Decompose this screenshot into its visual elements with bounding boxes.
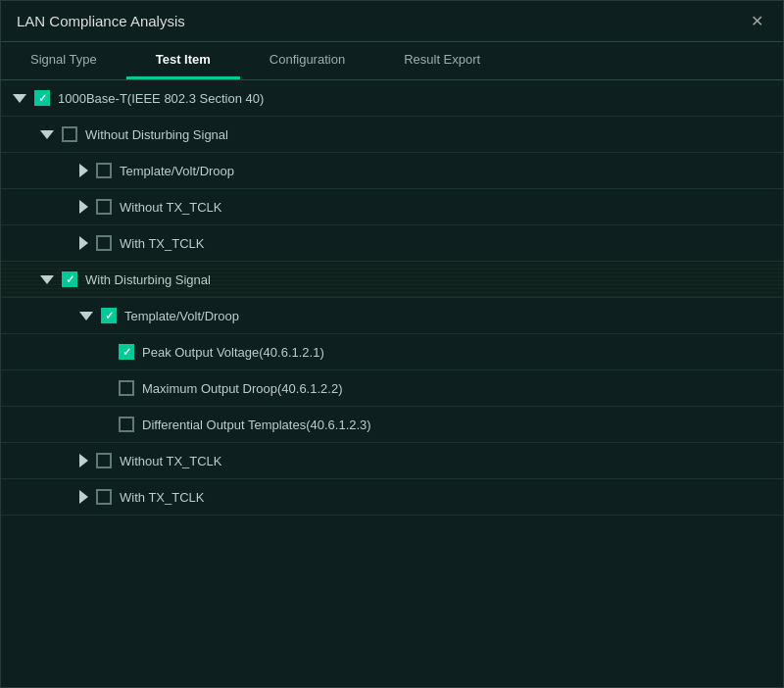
without-disturbing-expand-icon — [40, 130, 54, 139]
with-txclk-1-item: With TX_TCLK — [1, 225, 783, 262]
template-volt-1-row[interactable]: Template/Volt/Droop — [1, 153, 783, 188]
template-volt-1-checkbox[interactable] — [96, 163, 112, 178]
template-volt-2-checkbox[interactable] — [101, 308, 117, 323]
diff-output-row[interactable]: Differential Output Templates(40.6.1.2.3… — [1, 407, 783, 442]
without-txclk-2-expand-icon — [79, 454, 88, 467]
max-output-row[interactable]: Maximum Output Droop(40.6.1.2.2) — [1, 370, 783, 406]
max-output-checkbox[interactable] — [119, 380, 134, 396]
without-txclk-1-item: Without TX_TCLK — [1, 189, 783, 225]
close-button[interactable]: ✕ — [747, 12, 767, 31]
template-volt-2-label: Template/Volt/Droop — [124, 309, 239, 323]
tab-configuration[interactable]: Configuration — [240, 42, 374, 79]
diff-output-label: Differential Output Templates(40.6.1.2.3… — [142, 418, 371, 432]
with-txclk-1-expand-icon — [79, 236, 88, 250]
tab-result-export[interactable]: Result Export — [374, 42, 510, 79]
root-item: 1000Base-T(IEEE 802.3 Section 40) — [1, 80, 783, 117]
tab-test-item[interactable]: Test Item — [126, 42, 240, 79]
root-expand-icon — [13, 94, 26, 103]
without-txclk-1-row[interactable]: Without TX_TCLK — [1, 189, 783, 224]
root-row[interactable]: 1000Base-T(IEEE 802.3 Section 40) — [1, 80, 783, 116]
without-disturbing-row[interactable]: Without Disturbing Signal — [1, 117, 783, 152]
template-volt-1-item: Template/Volt/Droop — [1, 153, 783, 189]
diff-output-checkbox[interactable] — [119, 417, 134, 432]
template-volt-2-item: Template/Volt/Droop — [1, 298, 783, 334]
root-label: 1000Base-T(IEEE 802.3 Section 40) — [58, 91, 264, 106]
peak-output-item: Peak Output Voltage(40.6.1.2.1) — [1, 334, 783, 370]
main-window: LAN Compliance Analysis ✕ Signal Type Te… — [0, 0, 784, 688]
tab-bar: Signal Type Test Item Configuration Resu… — [1, 42, 783, 80]
without-disturbing-item: Without Disturbing Signal — [1, 117, 783, 153]
without-txclk-1-label: Without TX_TCLK — [120, 200, 222, 215]
max-output-item: Maximum Output Droop(40.6.1.2.2) — [1, 370, 783, 407]
without-txclk-2-item: Without TX_TCLK — [1, 443, 783, 479]
with-disturbing-checkbox[interactable] — [62, 271, 77, 287]
with-disturbing-expand-icon — [40, 275, 54, 284]
with-txclk-2-expand-icon — [79, 490, 88, 504]
with-txclk-1-checkbox[interactable] — [96, 235, 112, 251]
template-volt-2-expand-icon — [79, 312, 93, 320]
template-volt-1-expand-icon — [79, 164, 88, 177]
with-txclk-2-checkbox[interactable] — [96, 489, 112, 505]
without-disturbing-checkbox[interactable] — [62, 126, 77, 142]
without-txclk-1-expand-icon — [79, 200, 88, 214]
peak-output-row[interactable]: Peak Output Voltage(40.6.1.2.1) — [1, 334, 783, 369]
without-txclk-2-row[interactable]: Without TX_TCLK — [1, 443, 783, 478]
template-volt-1-label: Template/Volt/Droop — [120, 164, 234, 178]
peak-output-label: Peak Output Voltage(40.6.1.2.1) — [142, 345, 324, 360]
root-checkbox[interactable] — [34, 90, 50, 106]
diff-output-item: Differential Output Templates(40.6.1.2.3… — [1, 407, 783, 443]
with-txclk-1-label: With TX_TCLK — [120, 236, 204, 251]
with-txclk-2-item: With TX_TCLK — [1, 479, 783, 516]
with-disturbing-item: With Disturbing Signal — [1, 262, 783, 298]
tree-content: 1000Base-T(IEEE 802.3 Section 40) Withou… — [1, 80, 783, 687]
title-bar: LAN Compliance Analysis ✕ — [1, 1, 783, 42]
max-output-label: Maximum Output Droop(40.6.1.2.2) — [142, 381, 342, 396]
template-volt-2-row[interactable]: Template/Volt/Droop — [1, 298, 783, 333]
with-disturbing-label: With Disturbing Signal — [85, 272, 211, 287]
peak-output-checkbox[interactable] — [119, 344, 134, 360]
with-disturbing-row[interactable]: With Disturbing Signal — [1, 262, 783, 297]
without-txclk-1-checkbox[interactable] — [96, 199, 112, 215]
with-txclk-2-row[interactable]: With TX_TCLK — [1, 479, 783, 515]
with-txclk-1-row[interactable]: With TX_TCLK — [1, 225, 783, 261]
without-txclk-2-checkbox[interactable] — [96, 453, 112, 468]
window-title: LAN Compliance Analysis — [17, 13, 185, 29]
tab-signal-type[interactable]: Signal Type — [1, 42, 126, 79]
without-txclk-2-label: Without TX_TCLK — [120, 454, 222, 468]
without-disturbing-label: Without Disturbing Signal — [85, 127, 228, 142]
with-txclk-2-label: With TX_TCLK — [120, 490, 204, 505]
